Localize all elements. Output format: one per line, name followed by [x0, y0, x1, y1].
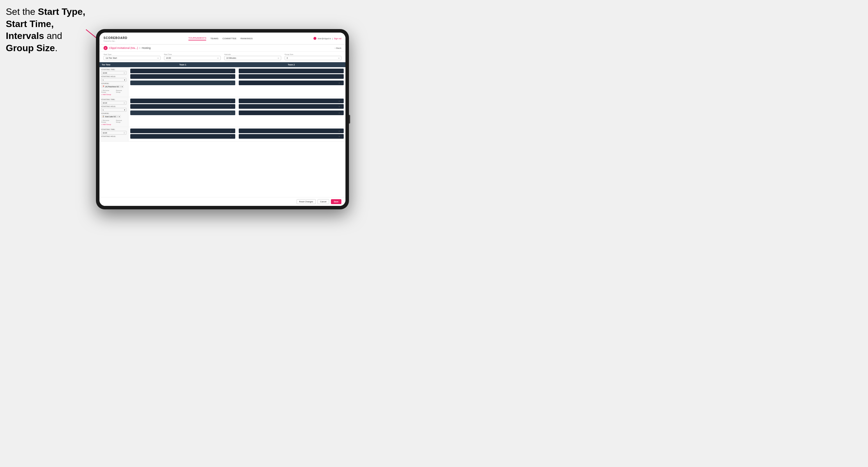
slot-x-icon: ✕	[230, 82, 231, 84]
player-slot-icons: ✕ ⋯	[230, 112, 234, 114]
player-slot-icons: ✕ ⋯	[339, 100, 343, 102]
group-1-time-input[interactable]: 10:00 ⊙	[101, 71, 126, 75]
group-1-team2-player2[interactable]	[239, 74, 344, 79]
group-3-time-input[interactable]: 10:20 ⊙	[101, 131, 126, 135]
nav-link-committee[interactable]: COMMITTEE	[222, 37, 237, 40]
slot-x-icon: ✕	[339, 112, 340, 114]
group-1-team1-extra[interactable]: ✕ ⋯	[130, 81, 235, 85]
player-slot-icons: ✕ ⋯	[339, 130, 343, 132]
group-1-remove-btn[interactable]: ○ Remove Group	[101, 90, 114, 93]
group-1-team2-player1[interactable]	[239, 69, 344, 73]
group-3-hole-label: STARTING HOLE:	[101, 135, 126, 137]
group-2-hole-value: 1	[103, 109, 103, 111]
group-1-course-down[interactable]: ▾	[122, 86, 123, 88]
cancel-button[interactable]: Cancel	[317, 199, 329, 204]
save-button[interactable]: Save	[331, 199, 341, 204]
slot-x-icon: ✕	[339, 100, 340, 102]
start-type-select[interactable]: 1st Tee Start ▾	[103, 56, 160, 60]
group-2-hole-input[interactable]: 1 ▾	[101, 108, 126, 112]
table-header: Tee Time Team 1 Team 2	[99, 62, 345, 67]
group-2-team1-extra[interactable]: ✕ ⋯	[130, 111, 235, 115]
instruction-suffix1: and	[44, 31, 62, 41]
slot-x-icon: ✕	[339, 135, 340, 137]
group-2-remove-label: Remove Group	[116, 120, 126, 123]
player-slot-icons: ✕ ⋯	[230, 105, 234, 107]
breadcrumb: C Clippd Invitational (Ma...) › Hosting	[103, 46, 151, 50]
slot-dots-icon: ⋯	[341, 100, 343, 102]
group-2-time-value: 10:10	[103, 102, 107, 104]
bottom-action-bar: Reset Changes Cancel Save	[99, 197, 345, 206]
reset-changes-button[interactable]: Reset Changes	[297, 199, 316, 204]
group-2-team2-player2[interactable]: ✕ ⋯	[239, 104, 344, 109]
group-2-team2-player1[interactable]: ✕ ⋯	[239, 99, 344, 103]
tablet-frame: SCOREBOARD Powered by clipp... TOURNAMEN…	[96, 29, 349, 209]
group-1-hole-input[interactable]: 1 ▾	[101, 78, 126, 82]
back-button[interactable]: ‹ Back	[335, 47, 341, 50]
group-2-team1: ✕ ⋯ ✕ ⋯ ✕ ⋯	[128, 97, 237, 127]
group-1-team1-player1[interactable]: ✕ ⋯	[130, 69, 235, 73]
group-3-team1-player1[interactable]: ✕ ⋯	[130, 128, 235, 133]
group-1-course-remove[interactable]: ×	[120, 86, 121, 88]
group-2-remove-btn[interactable]: ○ Remove Group	[101, 120, 114, 123]
group-2-team1-player2[interactable]: ✕ ⋯	[130, 104, 235, 109]
start-type-chevron: ▾	[158, 57, 158, 59]
player-slot-icons: ✕ ⋯	[230, 100, 234, 102]
group-2-add-btn[interactable]: + Add Group	[101, 124, 111, 125]
logo-text: SCOREBOARD	[103, 36, 127, 39]
player-slot-icons: ✕ ⋯	[339, 82, 343, 84]
group-3-team1-player2[interactable]: ✕ ⋯	[130, 134, 235, 139]
user-avatar-dot	[313, 37, 316, 40]
tablet-side-button	[349, 115, 350, 124]
intervals-select[interactable]: 10 Minutes ⊙	[224, 56, 281, 60]
slot-x-icon: ✕	[230, 112, 231, 114]
col-tee-time: Tee Time	[99, 62, 128, 67]
group-1-hole-chevron: ▾	[124, 79, 125, 81]
start-type-value: 1st Tee Start	[105, 57, 117, 59]
group-1-team2-extra[interactable]: ✕ ⋯	[239, 81, 344, 85]
group-1-time-value: 10:00	[103, 72, 107, 74]
nav-user: blair@clippd.io | Sign out	[313, 37, 341, 40]
slot-dots-icon: ⋯	[232, 135, 234, 137]
slot-x-icon: ✕	[339, 105, 340, 107]
group-2-team1-player1[interactable]: ✕ ⋯	[130, 99, 235, 103]
nav-link-rankings[interactable]: RANKINGS	[241, 37, 253, 40]
group-3-team2: ✕ ⋯ ✕ ⋯	[237, 127, 345, 141]
sign-out-link[interactable]: Sign out	[334, 37, 341, 39]
group-size-chevron: ▾	[339, 57, 339, 59]
group-3-time-value: 10:20	[103, 132, 107, 134]
slot-x-icon: ✕	[230, 100, 231, 102]
group-2-course-remove[interactable]: ×	[117, 116, 118, 118]
slot-dots-icon: ⋯	[232, 112, 234, 114]
start-time-select[interactable]: 10:00 ⊙	[164, 56, 221, 60]
intervals-value: 10 Minutes	[226, 57, 236, 59]
group-3-team2-player1[interactable]: ✕ ⋯	[239, 128, 344, 133]
settings-bar: Start Type 1st Tee Start ▾ Start Time 10…	[99, 52, 345, 62]
slot-dots-icon: ⋯	[232, 130, 234, 132]
breadcrumb-tournament[interactable]: Clippd Invitational (Ma...)	[109, 46, 138, 50]
user-email: blair@clippd.io	[317, 37, 331, 39]
breadcrumb-page: Hosting	[142, 46, 151, 50]
group-3-time-label: STARTING TIME:	[101, 128, 126, 130]
nav-link-teams[interactable]: TEAMS	[210, 37, 218, 40]
group-2-team2-extra[interactable]: ✕ ⋯	[239, 111, 344, 115]
group-2-hole-chevron: ▾	[124, 109, 125, 111]
group-2-course-down[interactable]: ▾	[119, 116, 120, 118]
player-slot-icons: ✕ ⋯	[339, 135, 343, 137]
group-size-label: Group Size	[285, 54, 342, 55]
breadcrumb-bar: C Clippd Invitational (Ma...) › Hosting …	[99, 44, 345, 52]
nav-link-tournaments[interactable]: TOURNAMENTS	[188, 37, 207, 40]
group-2-course-tag: 🏌 East Lake GC × ▾	[101, 115, 121, 118]
group-2-time-label: STARTING TIME:	[101, 99, 126, 100]
group-size-group: Group Size 3 ▾	[285, 54, 342, 60]
group-3-team2-player2[interactable]: ✕ ⋯	[239, 134, 344, 139]
group-1-team1-player2[interactable]: ✕ ⋯	[130, 74, 235, 79]
group-size-value: 3	[287, 57, 288, 59]
app-logo: SCOREBOARD Powered by clipp...	[103, 35, 127, 42]
group-2-time-input[interactable]: 10:10 ⊙	[101, 101, 126, 105]
intervals-chevron: ⊙	[278, 57, 279, 59]
group-size-select[interactable]: 3 ▾	[285, 56, 342, 60]
group-1-add-btn[interactable]: + Add Group	[101, 94, 111, 95]
group-1-left: STARTING TIME: 10:00 ⊙ STARTING HOLE: 1 …	[99, 67, 128, 97]
start-time-chevron: ⊙	[217, 57, 219, 59]
breadcrumb-separator: ›	[140, 46, 141, 50]
